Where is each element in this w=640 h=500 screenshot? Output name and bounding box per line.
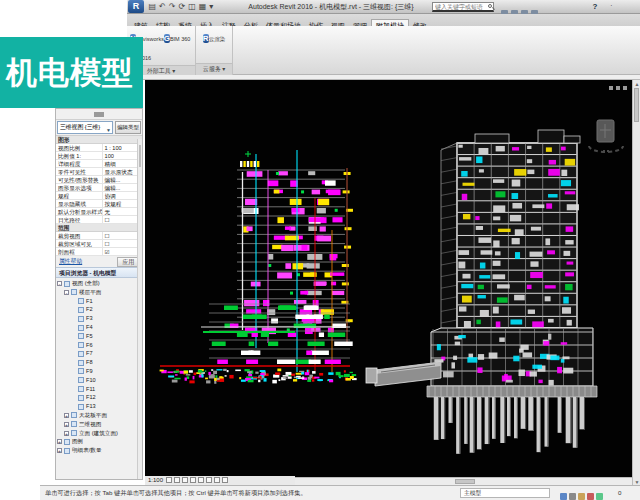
redo-icon[interactable]: ↷ [169,0,176,13]
tree-item-F12[interactable]: F12 [56,393,142,402]
drawing-area[interactable] [145,80,632,486]
property-row[interactable]: 显示隐藏线按规程 [56,200,142,208]
properties-help-link[interactable]: 属性帮助 [59,257,82,266]
ribbon-button-云渲染[interactable]: R云渲染 [199,27,229,46]
horizontal-scrollbar[interactable] [295,477,632,485]
search-icon[interactable] [488,4,492,8]
sync-icon[interactable]: ⟳ [178,0,185,13]
sun-path-icon[interactable] [182,477,188,483]
visual-style-icon[interactable] [174,477,180,483]
modify-icon[interactable]: ◫ [188,0,196,13]
tree-expander-icon[interactable]: + [64,431,69,436]
tree-expander-icon[interactable]: + [57,448,62,453]
property-group-header: 图形 [56,136,142,144]
view-icon [64,281,70,287]
tree-expander-icon[interactable]: + [64,413,69,418]
active-workset-select[interactable]: 主模型 [460,488,550,498]
property-row[interactable]: 详细程度精细 [56,160,142,168]
project-browser-header[interactable]: 项目浏览器 - 机电模型 [56,267,142,278]
view-icon [78,307,84,313]
property-row[interactable]: 裁剪区域可见☐ [56,240,142,248]
tree-item-楼层平面[interactable]: -楼层平面 [56,288,142,297]
tree-item-三维视图[interactable]: +三维视图 [56,420,142,429]
view-icon [78,351,84,357]
tree-item-F5[interactable]: F5 [56,332,142,341]
status-bar: 单击可进行选择；按 Tab 键并单击可选择其他项目；按 Ctrl 键并单击可将新… [40,485,640,500]
design-options-icon[interactable] [569,493,576,500]
edit-type-button[interactable]: 编辑类型 [115,121,141,134]
tree-item-F4[interactable]: F4 [56,323,142,332]
measure-icon[interactable]: ▦ [199,0,207,13]
select-toggle-icon[interactable] [596,493,603,500]
tree-item-F1[interactable]: F1 [56,297,142,306]
tree-item-图例[interactable]: +图例 [56,437,142,446]
ribbon-panel: R云渲染云服务 ▾ [196,26,233,75]
tree-item-视图 (全部)[interactable]: -视图 (全部) [56,279,142,288]
tree-item-F3[interactable]: F3 [56,314,142,323]
property-row[interactable]: 规程协调 [56,192,142,200]
shadows-icon[interactable] [190,477,196,483]
editable-only-icon[interactable] [578,493,585,500]
tree-item-F2[interactable]: F2 [56,305,142,314]
property-row[interactable]: 剖面框☑ [56,248,142,256]
view-icon [78,377,84,383]
tree-item-明细表/数量[interactable]: +明细表/数量 [56,446,142,455]
property-row[interactable]: 可见性/图形替换编辑... [56,176,142,184]
property-row[interactable]: 默认分析显示样式无 [56,208,142,216]
tree-expander-icon[interactable]: + [64,422,69,427]
crop-view-icon[interactable] [206,477,212,483]
ribbon-button-BIM 360[interactable]: GBIM 360 [162,27,192,46]
property-row[interactable]: 视图比例1 : 100 [56,144,142,152]
panel-label[interactable]: 云服务 ▾ [196,63,232,75]
structure-wireframe-3d [366,130,597,454]
property-row[interactable]: 裁剪视图☐ [56,232,142,240]
tree-item-F9[interactable]: F9 [56,367,142,376]
vscroll-thumb[interactable] [634,88,639,122]
view-window-controls[interactable] [609,86,627,90]
property-group-header: 范围 [56,224,142,232]
type-selector[interactable]: 三维视图 {三维} ▼ [57,121,113,134]
rendering-icon[interactable] [198,477,204,483]
view-icon [78,316,84,322]
dropdown-icon[interactable]: ▾ [209,0,213,13]
viewcube[interactable] [589,120,623,152]
tree-item-F6[interactable]: F6 [56,341,142,350]
crop-region-icon[interactable] [214,477,220,483]
view-scale-button[interactable]: 1:100 [148,477,163,483]
view-icon [78,325,84,331]
tree-expander-icon[interactable]: - [64,290,69,295]
tree-item-天花板平面[interactable]: +天花板平面 [56,411,142,420]
palette-scrollbar[interactable] [137,139,142,479]
tree-expander-icon[interactable]: - [57,281,62,286]
palette-grip-icon[interactable] [94,112,104,117]
save-icon[interactable]: ▤ [149,0,157,13]
tree-item-F7[interactable]: F7 [56,349,142,358]
status-filter-icons [560,489,605,500]
view-control-bar: 1:100 [145,476,295,485]
filter-icon[interactable] [587,493,594,500]
tree-item-F13[interactable]: F13 [56,402,142,411]
tree-item-F11[interactable]: F11 [56,385,142,394]
vertical-scrollbar[interactable]: ▲ ▼ [632,80,640,486]
view-icon [78,386,84,392]
worksets-icon[interactable] [560,493,567,500]
tree-item-F10[interactable]: F10 [56,376,142,385]
tree-expander-icon[interactable]: + [57,439,62,444]
tree-item-F8[interactable]: F8 [56,358,142,367]
search-input[interactable] [432,2,494,12]
title-bar-more-icon[interactable]: · [610,1,613,10]
help-button[interactable]: ? [590,1,600,12]
property-row[interactable]: 零件可见性显示原状态 [56,168,142,176]
undo-icon[interactable]: ↶ [159,0,166,13]
apply-button[interactable]: 应用 [117,257,139,267]
viewport-canvas[interactable] [145,80,632,486]
scroll-up-icon[interactable]: ▲ [633,80,640,88]
detail-level-icon[interactable] [166,477,172,483]
isolate-icon[interactable] [222,477,228,483]
property-row[interactable]: 比例值 1:100 [56,152,142,160]
property-row[interactable]: 图形显示选项编辑... [56,184,142,192]
tree-item-立面 (建筑立面)[interactable]: +立面 (建筑立面) [56,429,142,438]
hscroll-thumb[interactable] [455,479,475,484]
property-row[interactable]: 日光路径☐ [56,216,142,224]
application-menu-button[interactable]: R [128,0,144,13]
